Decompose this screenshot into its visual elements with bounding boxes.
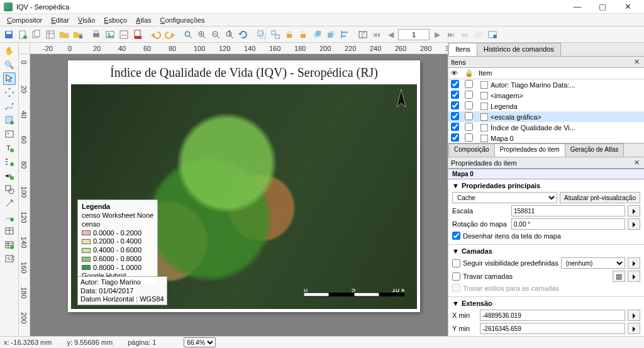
ptab-atlas[interactable]: Geração de Atlas xyxy=(565,143,625,157)
align-left-icon[interactable] xyxy=(338,28,351,41)
author-label[interactable]: Autor: Tiago Marino Data: 01/04/2017 Dat… xyxy=(77,276,167,305)
atlas-print-icon[interactable] xyxy=(458,28,471,41)
lock-layers-override-icon[interactable]: ⏵ xyxy=(628,271,640,282)
add-html-tool-icon[interactable]: </> xyxy=(3,252,16,265)
chevron-down-icon[interactable]: ▼ xyxy=(452,300,459,307)
ptab-composition[interactable]: Composição xyxy=(448,143,495,157)
minimize-button[interactable]: — xyxy=(565,0,590,14)
items-row[interactable]: Mapa 0 xyxy=(448,133,644,143)
item-visible-checkbox[interactable] xyxy=(451,91,459,99)
item-visible-checkbox[interactable] xyxy=(451,123,459,131)
xmin-override-icon[interactable]: ⏵ xyxy=(628,310,640,321)
duplicate-composer-icon[interactable] xyxy=(30,28,43,41)
set-layers-icon[interactable]: ▥ xyxy=(613,271,625,282)
item-lock-checkbox[interactable] xyxy=(465,101,473,109)
group-icon[interactable] xyxy=(255,28,268,41)
item-visible-checkbox[interactable] xyxy=(451,101,459,109)
props-panel-close-icon[interactable]: ✕ xyxy=(632,159,641,167)
save-template-icon[interactable] xyxy=(72,28,84,41)
item-visible-checkbox[interactable] xyxy=(451,80,459,88)
menu-esboco[interactable]: Esboço xyxy=(99,16,131,24)
ungroup-icon[interactable] xyxy=(269,28,282,41)
add-arrow-tool-icon[interactable] xyxy=(3,197,16,210)
export-svg-icon[interactable] xyxy=(118,28,130,41)
rotation-input[interactable] xyxy=(511,218,625,230)
add-nodes-tool-icon[interactable] xyxy=(3,211,16,223)
edit-nodes-tool-icon[interactable] xyxy=(3,100,16,113)
atlas-page-input[interactable] xyxy=(398,29,430,40)
item-lock-checkbox[interactable] xyxy=(465,123,473,131)
move-content-tool-icon[interactable] xyxy=(3,86,16,99)
zoom-in-icon[interactable] xyxy=(196,28,208,41)
refresh-icon[interactable] xyxy=(237,28,250,41)
vis-override-icon[interactable]: ⏵ xyxy=(628,257,640,269)
item-lock-checkbox[interactable] xyxy=(465,112,473,120)
update-preview-button[interactable]: Atualizar pré-visualização xyxy=(560,192,640,203)
items-row[interactable]: <escala gráfica> xyxy=(448,111,644,122)
item-lock-checkbox[interactable] xyxy=(465,80,473,88)
lock-layers-checkbox[interactable]: Travar camadas xyxy=(452,272,513,281)
save-icon[interactable] xyxy=(3,28,15,41)
ymin-override-icon[interactable]: ⏵ xyxy=(628,323,640,334)
unlock-icon[interactable] xyxy=(297,28,309,41)
items-panel-close-icon[interactable]: ✕ xyxy=(632,58,641,66)
zoom-out-icon[interactable] xyxy=(209,28,222,41)
print-icon[interactable] xyxy=(90,28,103,41)
composer-canvas[interactable]: Índice de Qualidade de Vida (IQV) - Sero… xyxy=(30,54,448,336)
raise-icon[interactable] xyxy=(311,28,323,41)
maximize-button[interactable]: ▢ xyxy=(590,0,615,14)
item-lock-checkbox[interactable] xyxy=(465,91,473,99)
zoom-actual-icon[interactable]: 1 xyxy=(223,28,236,41)
item-visible-checkbox[interactable] xyxy=(451,133,459,142)
items-row[interactable]: <imagem> xyxy=(448,90,644,101)
items-row[interactable]: Legenda xyxy=(448,101,644,111)
undo-icon[interactable] xyxy=(150,28,162,41)
add-map-tool-icon[interactable] xyxy=(3,114,16,126)
tab-items[interactable]: Itens xyxy=(448,43,477,56)
menu-atlas[interactable]: Atlas xyxy=(131,16,155,24)
pan-tool-icon[interactable]: ✋ xyxy=(3,45,16,57)
close-button[interactable]: ✕ xyxy=(615,0,640,14)
add-attr-table-tool-icon[interactable] xyxy=(3,239,16,251)
add-label-tool-icon[interactable]: T xyxy=(3,142,16,154)
escala-input[interactable] xyxy=(511,205,625,216)
item-lock-checkbox[interactable] xyxy=(465,133,473,142)
ymin-input[interactable] xyxy=(480,323,625,334)
add-image-tool-icon[interactable] xyxy=(3,128,16,140)
scalebar-item[interactable]: 0 5 10 km xyxy=(304,289,404,301)
xmin-input[interactable] xyxy=(480,310,625,321)
atlas-prev-icon[interactable]: ◀ xyxy=(384,28,397,41)
zoom-tool-icon[interactable]: 🔍 xyxy=(3,59,16,71)
add-shape-tool-icon[interactable] xyxy=(3,183,16,196)
chevron-down-icon[interactable]: ▼ xyxy=(452,182,459,189)
atlas-last-icon[interactable]: ⏭ xyxy=(445,28,457,41)
add-scalebar-tool-icon[interactable] xyxy=(3,169,16,182)
chevron-down-icon[interactable]: ▼ xyxy=(452,247,459,255)
add-legend-tool-icon[interactable] xyxy=(3,155,16,168)
menu-visao[interactable]: Visão xyxy=(74,16,99,24)
redo-icon[interactable] xyxy=(164,28,176,41)
export-pdf-icon[interactable] xyxy=(131,28,144,41)
menu-config[interactable]: Configurações xyxy=(156,16,209,24)
menu-editar[interactable]: Editar xyxy=(47,16,74,24)
composer-manager-icon[interactable] xyxy=(44,28,57,41)
draw-canvas-items-checkbox[interactable]: Desenhar itens da tela do mapa xyxy=(452,232,561,240)
select-tool-icon[interactable] xyxy=(3,72,16,85)
ptab-item-props[interactable]: Propriedades do item xyxy=(494,143,565,157)
cache-select[interactable]: Cache xyxy=(452,192,557,203)
atlas-first-icon[interactable]: ⏮ xyxy=(370,28,383,41)
new-composer-icon[interactable] xyxy=(16,28,29,41)
menu-compositor[interactable]: Compositor xyxy=(3,16,47,24)
lock-icon[interactable] xyxy=(283,28,296,41)
atlas-next-icon[interactable]: ▶ xyxy=(431,28,443,41)
item-visible-checkbox[interactable] xyxy=(451,112,459,120)
visibility-preset-select[interactable]: (nenhum) xyxy=(561,257,625,269)
layout-page[interactable]: Índice de Qualidade de Vida (IQV) - Sero… xyxy=(68,60,420,312)
map-item[interactable]: Legenda censo Worksheet None censo 0.000… xyxy=(71,84,417,309)
atlas-preview-icon[interactable] xyxy=(357,28,369,41)
lower-icon[interactable] xyxy=(325,28,337,41)
add-table-tool-icon[interactable] xyxy=(3,225,16,237)
atlas-settings-icon[interactable] xyxy=(486,28,499,41)
escala-override-icon[interactable]: ⏵ xyxy=(628,205,640,216)
north-arrow[interactable] xyxy=(392,88,411,113)
